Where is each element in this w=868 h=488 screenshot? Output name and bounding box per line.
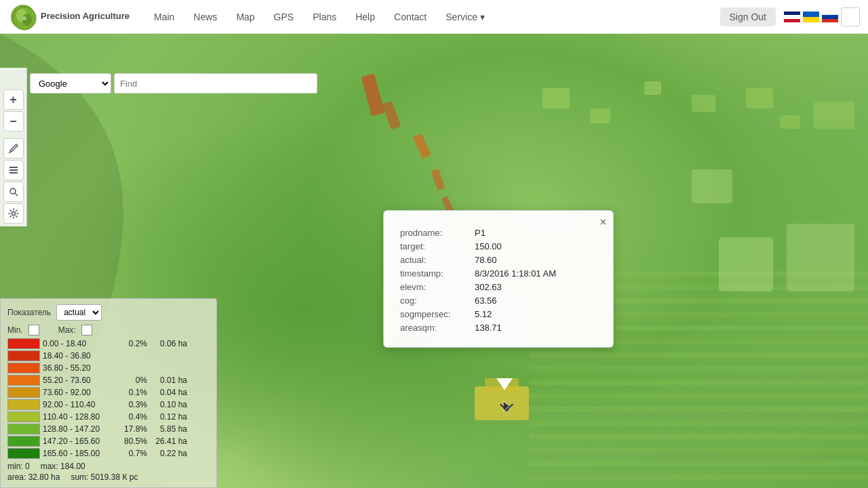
svg-rect-39 <box>9 172 18 174</box>
app-title: Precision Agriculture <box>41 11 130 22</box>
svg-rect-13 <box>644 81 661 95</box>
logo-icon <box>11 5 35 29</box>
svg-rect-4 <box>361 73 385 116</box>
popup-field-label: sogmpersec: <box>400 309 475 319</box>
popup-field-label: areasqm: <box>400 323 475 333</box>
popup-field-value: 78.60 <box>475 255 497 265</box>
nav-map[interactable]: Map <box>228 7 262 26</box>
legend-row: 0.00 - 18.40 0.2% 0.06 ha <box>7 338 210 349</box>
draw-tool-button[interactable] <box>3 138 24 159</box>
svg-rect-27 <box>529 393 868 399</box>
svg-rect-24 <box>529 352 868 358</box>
legend-range-label: 55.20 - 73.60 <box>43 375 117 385</box>
sign-out-button[interactable]: Sign Out <box>720 7 776 26</box>
popup-tail <box>496 378 513 390</box>
legend-color-swatch <box>7 436 40 447</box>
legend-color-swatch <box>7 363 40 373</box>
layers-button[interactable] <box>3 160 24 180</box>
nav-service[interactable]: Service ▾ <box>437 7 493 26</box>
popup-field-row: timestamp: 8/3/2016 1:18:01 AM <box>400 268 597 279</box>
legend-row: 147.20 - 165.60 80.5% 26.41 ha <box>7 436 210 447</box>
nav-contact[interactable]: Contact <box>386 7 435 26</box>
legend-footer: min: 0 max: 184.00 area: 32.80 ha sum: 5… <box>7 462 210 482</box>
svg-rect-17 <box>814 102 854 129</box>
popup-field-label: prodname: <box>400 228 475 238</box>
map-area[interactable]: Google OpenStreetMap Bing + − <box>0 34 868 488</box>
nav-gps[interactable]: GPS <box>266 7 302 26</box>
legend-ha-label: 0.12 ha <box>150 412 187 422</box>
search-map-button[interactable] <box>3 182 24 202</box>
popup-field-label: cog: <box>400 296 475 306</box>
flag-uk[interactable] <box>784 12 800 22</box>
cursor <box>502 400 510 408</box>
zoom-in-button[interactable]: + <box>3 89 24 110</box>
popup-field-row: elevm: 302.63 <box>400 282 597 292</box>
legend-color-swatch <box>7 424 40 434</box>
svg-rect-28 <box>529 407 868 412</box>
nav-help[interactable]: Help <box>347 7 383 26</box>
legend-range-label: 73.60 - 92.00 <box>43 388 117 397</box>
legend-panel: Показатель actual target Min. Max: 0.00 … <box>0 298 217 488</box>
popup-field-label: actual: <box>400 255 475 265</box>
nav-links: Main News Map GPS Plans Help Contact Ser… <box>146 7 493 26</box>
legend-range-label: 128.80 - 147.20 <box>43 424 117 434</box>
max-label: Max: <box>58 325 76 335</box>
nav-plans[interactable]: Plans <box>304 7 344 26</box>
zoom-out-button[interactable]: − <box>3 111 24 131</box>
min-max-row: Min. Max: <box>7 325 210 336</box>
nav-news[interactable]: News <box>185 7 225 26</box>
legend-ha-label: 5.85 ha <box>150 424 187 434</box>
search-bar: Google OpenStreetMap Bing <box>30 73 317 94</box>
svg-rect-25 <box>529 366 868 371</box>
legend-range-label: 110.40 - 128.80 <box>43 412 117 422</box>
legend-row: 55.20 - 73.60 0% 0.01 ha <box>7 375 210 386</box>
min-icon <box>28 325 39 336</box>
svg-point-3 <box>22 16 26 20</box>
svg-rect-33 <box>529 474 868 480</box>
find-input[interactable] <box>114 73 317 94</box>
popup-field-label: elevm: <box>400 282 475 292</box>
legend-rows: 0.00 - 18.40 0.2% 0.06 ha 18.40 - 36.80 … <box>7 338 210 459</box>
legend-color-swatch <box>7 338 40 349</box>
left-tool-panel: + − <box>0 68 27 226</box>
legend-area-val: area: 32.80 ha <box>7 472 60 482</box>
svg-rect-29 <box>529 420 868 426</box>
svg-point-42 <box>12 212 15 216</box>
settings-map-button[interactable] <box>3 203 24 224</box>
popup-field-label: target: <box>400 241 475 251</box>
theme-toggle[interactable] <box>841 7 860 26</box>
flag-ru[interactable] <box>822 12 838 22</box>
nav-main[interactable]: Main <box>146 7 182 26</box>
legend-pct-label: 0.3% <box>120 400 147 409</box>
legend-header: Показатель actual target <box>7 304 210 321</box>
legend-label: Показатель <box>7 308 51 317</box>
popup-field-value: P1 <box>475 228 486 238</box>
navbar: Precision Agriculture Main News Map GPS … <box>0 0 868 34</box>
legend-row: 165.60 - 185.00 0.7% 0.22 ha <box>7 448 210 459</box>
legend-ha-label: 0.06 ha <box>150 339 187 348</box>
flag-ua[interactable] <box>803 12 819 22</box>
popup-rows: prodname: P1 target: 150.00 actual: 78.6… <box>400 228 597 333</box>
legend-row: 110.40 - 128.80 0.4% 0.12 ha <box>7 411 210 422</box>
legend-pct-label: 17.8% <box>120 424 147 434</box>
legend-pct-label: 0.2% <box>120 339 147 348</box>
legend-ha-label: 0.04 ha <box>150 388 187 397</box>
legend-pct-label: 0.1% <box>120 388 147 397</box>
svg-rect-30 <box>529 434 868 439</box>
legend-color-swatch <box>7 375 40 386</box>
legend-ha-label: 26.41 ha <box>150 436 187 446</box>
svg-rect-11 <box>542 88 570 108</box>
svg-rect-31 <box>529 447 868 453</box>
legend-pct-label: 0.4% <box>120 412 147 422</box>
popup-close-button[interactable]: × <box>600 216 606 228</box>
svg-rect-16 <box>780 115 800 129</box>
legend-color-swatch <box>7 399 40 410</box>
legend-row: 73.60 - 92.00 0.1% 0.04 ha <box>7 387 210 398</box>
svg-rect-7 <box>431 169 446 190</box>
legend-max-val: max: 184.00 <box>41 462 85 471</box>
legend-select[interactable]: actual target <box>56 304 102 321</box>
map-source-select[interactable]: Google OpenStreetMap Bing <box>30 73 111 94</box>
legend-range-label: 36.80 - 55.20 <box>43 363 117 373</box>
popup-field-row: sogmpersec: 5.12 <box>400 309 597 319</box>
legend-range-label: 0.00 - 18.40 <box>43 339 117 348</box>
